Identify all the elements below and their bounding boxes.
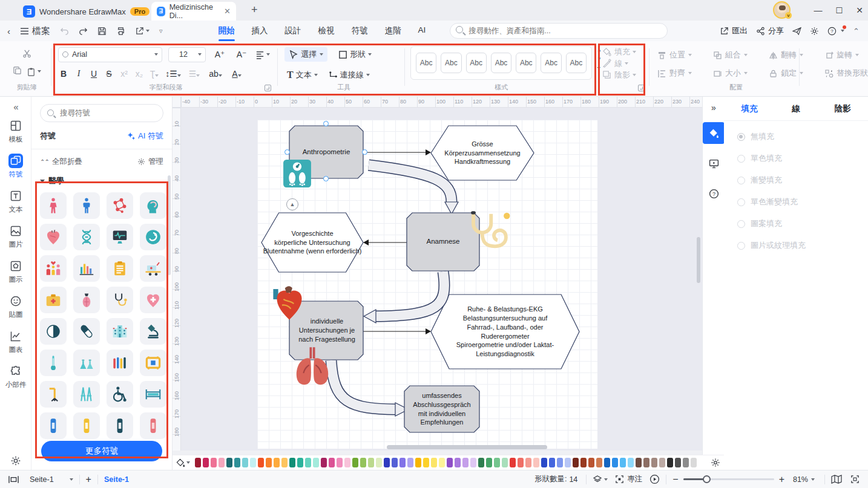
fit-to-screen-icon[interactable] xyxy=(850,475,860,484)
color-swatch-9[interactable] xyxy=(266,458,272,467)
zoom-level-select[interactable]: 81% xyxy=(793,475,815,484)
fill-option-3[interactable]: 單色漸變填充 xyxy=(724,191,868,213)
color-swatch-58[interactable] xyxy=(651,458,657,467)
close-window-button[interactable]: ✕ xyxy=(856,5,863,15)
symbol-hospital[interactable] xyxy=(107,318,133,345)
color-swatch-2[interactable] xyxy=(211,458,217,467)
style-preset-3[interactable]: Abc xyxy=(491,53,511,73)
zoom-out-button[interactable]: − xyxy=(672,474,678,485)
color-swatch-4[interactable] xyxy=(226,458,232,467)
color-swatch-39[interactable] xyxy=(502,458,508,467)
help-panel-tab[interactable]: ? xyxy=(703,183,725,204)
pan-map-icon[interactable] xyxy=(831,475,842,484)
underline-button[interactable]: U xyxy=(88,69,99,79)
symbol-capsule[interactable] xyxy=(73,318,100,345)
symbol-bandage-yellow[interactable] xyxy=(73,412,100,439)
symbol-head-brain[interactable] xyxy=(140,192,166,219)
color-swatch-13[interactable] xyxy=(297,458,303,467)
selection-handle-right[interactable] xyxy=(362,149,367,155)
color-swatch-61[interactable] xyxy=(675,458,681,467)
palette-settings-gear-icon[interactable] xyxy=(711,458,720,467)
selection-handle-bottom[interactable] xyxy=(323,176,329,181)
symbol-thermometer[interactable] xyxy=(40,350,67,376)
collapse-all-button[interactable]: ⌃⌃ 全部折疊 xyxy=(40,157,82,167)
color-swatch-29[interactable] xyxy=(423,458,429,467)
sidebar-item-widgets[interactable]: 小部件 xyxy=(0,360,31,395)
select-tool[interactable]: 選擇 xyxy=(284,47,327,62)
color-swatch-53[interactable] xyxy=(612,458,618,467)
line-spacing-button[interactable]: ↕☰ xyxy=(164,69,182,79)
color-swatch-36[interactable] xyxy=(478,458,484,467)
line-button[interactable]: 線 xyxy=(614,58,628,69)
symbol-wheelchair[interactable] xyxy=(107,381,133,408)
minimize-button[interactable]: — xyxy=(814,5,823,15)
fill-option-0[interactable]: 無填充 xyxy=(724,126,868,148)
page-tab-active[interactable]: Seite-1 xyxy=(104,475,129,484)
symbol-first-aid-kit[interactable] xyxy=(40,287,67,313)
canvas-horizontal-scrollbar[interactable] xyxy=(387,445,547,449)
canvas-vertical-scrollbar[interactable] xyxy=(697,237,700,283)
palette-fill-tool-icon[interactable] xyxy=(176,458,190,467)
send-feedback-icon[interactable] xyxy=(792,27,801,36)
color-swatch-25[interactable] xyxy=(392,458,398,467)
play-presentation-icon[interactable] xyxy=(649,474,660,484)
color-swatch-16[interactable] xyxy=(321,458,327,467)
format-tab-2[interactable]: 陰影 xyxy=(835,103,851,114)
layers-icon[interactable] xyxy=(593,475,608,484)
sidebar-item-pictures[interactable]: 圖片 xyxy=(0,220,31,255)
bullet-list-button[interactable]: ☰ xyxy=(186,69,202,79)
color-swatch-62[interactable] xyxy=(683,458,689,467)
color-swatch-12[interactable] xyxy=(289,458,295,467)
symbol-lab-flasks[interactable] xyxy=(73,350,100,376)
symbol-stethoscope[interactable] xyxy=(107,287,133,313)
lock-button[interactable]: 鎖定 xyxy=(769,68,824,79)
group-button[interactable]: 組合 xyxy=(713,50,769,60)
color-swatch-42[interactable] xyxy=(525,458,531,467)
app-tab[interactable]: Ǝ Wondershare EdrawMax Pro xyxy=(17,2,156,21)
format-tab-0[interactable]: 填充 xyxy=(741,103,757,114)
style-preset-6[interactable]: Abc xyxy=(566,53,587,73)
color-swatch-41[interactable] xyxy=(518,458,524,467)
symbol-female-body[interactable] xyxy=(40,192,67,219)
color-swatch-22[interactable] xyxy=(368,458,374,467)
format-tab-1[interactable]: 線 xyxy=(792,103,800,114)
bold-button[interactable]: B xyxy=(58,69,69,79)
more-symbols-button[interactable]: 更多符號 xyxy=(41,441,162,461)
shadow-button[interactable]: 陰影 xyxy=(614,70,636,80)
style-preset-5[interactable]: Abc xyxy=(541,53,561,73)
symbol-dna[interactable] xyxy=(73,224,100,250)
color-swatch-20[interactable] xyxy=(352,458,358,467)
symbol-medical-clipboard[interactable] xyxy=(107,255,133,282)
color-swatch-18[interactable] xyxy=(337,458,343,467)
color-swatch-33[interactable] xyxy=(455,458,461,467)
color-swatch-24[interactable] xyxy=(384,458,390,467)
color-swatch-27[interactable] xyxy=(407,458,413,467)
symbol-hospital-bed[interactable] xyxy=(140,381,166,408)
save-icon[interactable] xyxy=(97,27,107,36)
color-swatch-3[interactable] xyxy=(219,458,225,467)
sidebar-settings-gear-icon[interactable] xyxy=(0,455,31,466)
color-swatch-63[interactable] xyxy=(691,458,697,467)
fill-option-2[interactable]: 漸變填充 xyxy=(724,169,868,191)
cut-icon[interactable] xyxy=(22,49,31,60)
style-more-icon[interactable]: ⏷ xyxy=(597,65,602,71)
text-highlight-button[interactable]: ab xyxy=(206,69,225,79)
selection-handle-top[interactable] xyxy=(323,121,329,126)
symbol-test-tubes[interactable] xyxy=(107,350,133,376)
fill-option-1[interactable]: 單色填充 xyxy=(724,148,868,169)
color-swatch-54[interactable] xyxy=(620,458,626,467)
menu-tab-2[interactable]: 設計 xyxy=(277,22,310,40)
symbol-panel-scrollbar[interactable] xyxy=(168,175,171,275)
zoom-slider-knob[interactable] xyxy=(703,475,711,483)
color-swatch-38[interactable] xyxy=(494,458,500,467)
color-swatch-55[interactable] xyxy=(628,458,634,467)
color-swatch-30[interactable] xyxy=(431,458,437,467)
toolbar-collapse-icon[interactable]: ▿ xyxy=(159,27,163,35)
subscript-button[interactable]: x₂ xyxy=(134,69,145,79)
collapse-right-panel-icon[interactable]: » xyxy=(703,97,725,119)
color-swatch-59[interactable] xyxy=(659,458,665,467)
color-swatch-10[interactable] xyxy=(274,458,280,467)
menu-tab-1[interactable]: 插入 xyxy=(243,22,277,40)
symbol-stretcher[interactable] xyxy=(140,255,166,282)
color-swatch-1[interactable] xyxy=(203,458,209,467)
